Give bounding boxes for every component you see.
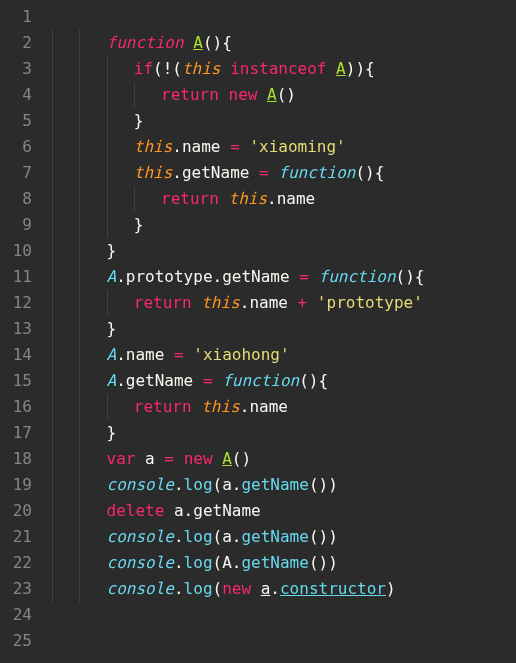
- line-number: 9: [0, 212, 32, 238]
- code-line: A.getName = function(){: [52, 368, 516, 394]
- code-line: A.prototype.getName = function(){: [52, 264, 516, 290]
- line-number: 6: [0, 134, 32, 160]
- line-number: 5: [0, 108, 32, 134]
- code-line: this.name = 'xiaoming': [52, 134, 516, 160]
- code-line: if(!(this instanceof A)){: [52, 56, 516, 82]
- line-number: 4: [0, 82, 32, 108]
- code-line: function A(){: [52, 30, 516, 56]
- line-number: 20: [0, 498, 32, 524]
- code-line: var a = new A(): [52, 446, 516, 472]
- line-number: 17: [0, 420, 32, 446]
- line-number: 13: [0, 316, 32, 342]
- line-number: 12: [0, 290, 32, 316]
- code-line: [52, 4, 516, 30]
- code-line: }: [52, 108, 516, 134]
- code-line: return this.name: [52, 394, 516, 420]
- line-number: 18: [0, 446, 32, 472]
- code-line: }: [52, 316, 516, 342]
- line-number: 21: [0, 524, 32, 550]
- code-line: delete a.getName: [52, 498, 516, 524]
- line-number: 16: [0, 394, 32, 420]
- code-line: console.log(a.getName()): [52, 524, 516, 550]
- line-number: 10: [0, 238, 32, 264]
- line-number: 8: [0, 186, 32, 212]
- code-line: console.log(new a.constructor): [52, 576, 516, 602]
- line-number: 25: [0, 628, 32, 654]
- code-line: return this.name: [52, 186, 516, 212]
- code-line: [52, 628, 516, 654]
- code-line: }: [52, 212, 516, 238]
- code-line: console.log(A.getName()): [52, 550, 516, 576]
- line-number: 11: [0, 264, 32, 290]
- line-number: 7: [0, 160, 32, 186]
- line-number: 2: [0, 30, 32, 56]
- line-number: 23: [0, 576, 32, 602]
- code-editor: 1234567891011121314151617181920212223242…: [0, 0, 516, 663]
- code-line: this.getName = function(){: [52, 160, 516, 186]
- gutter-line-numbers: 1234567891011121314151617181920212223242…: [0, 0, 42, 663]
- code-line: return new A(): [52, 82, 516, 108]
- code-area: function A(){ if(!(this instanceof A)){ …: [42, 0, 516, 663]
- line-number: 24: [0, 602, 32, 628]
- code-line: A.name = 'xiaohong': [52, 342, 516, 368]
- line-number: 14: [0, 342, 32, 368]
- code-line: }: [52, 420, 516, 446]
- code-line: return this.name + 'prototype': [52, 290, 516, 316]
- code-line: console.log(a.getName()): [52, 472, 516, 498]
- code-line: [52, 602, 516, 628]
- line-number: 19: [0, 472, 32, 498]
- code-line: }: [52, 238, 516, 264]
- line-number: 15: [0, 368, 32, 394]
- line-number: 3: [0, 56, 32, 82]
- line-number: 22: [0, 550, 32, 576]
- line-number: 1: [0, 4, 32, 30]
